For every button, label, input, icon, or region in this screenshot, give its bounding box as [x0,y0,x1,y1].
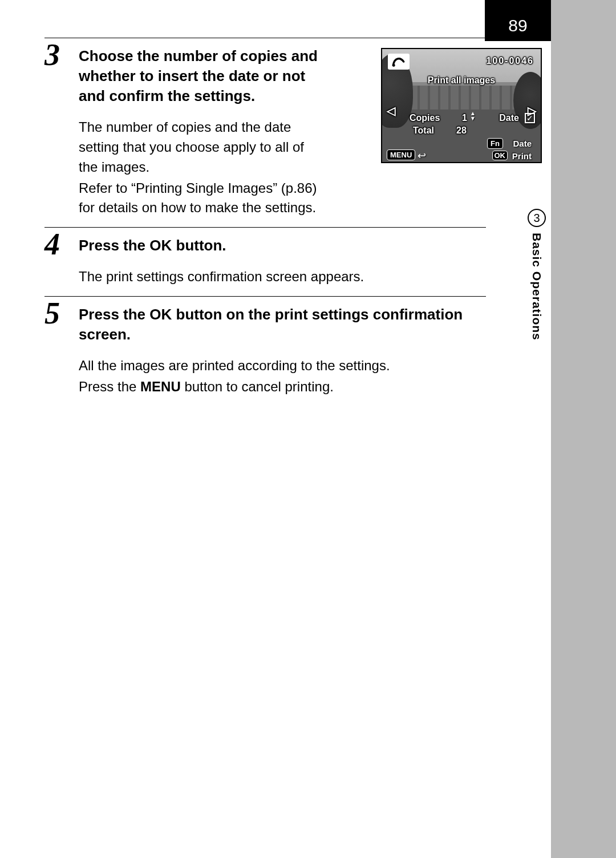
step-title: Press the OK button on the print setting… [79,305,486,345]
step-body-line: The print settings confirmation screen a… [79,267,486,287]
chapter-number: 3 [533,212,540,225]
page-number-box: 89 [485,0,551,41]
step-body: The number of copies and the date settin… [79,118,318,218]
ok-button-label: OK [149,237,172,254]
step-number: 4 [44,229,60,260]
chapter-tab: 3 Basic Operations [525,209,549,357]
step-body-line: The number of copies and the date settin… [79,118,318,177]
step-title: Press the OK button. [79,236,486,256]
page-number: 89 [508,16,527,35]
chapter-number-circle: 3 [528,209,546,227]
lcd-file-number: 100-0046 [486,56,534,66]
lcd-date-label: Date [499,113,519,123]
lcd-ok-pill: OK [492,151,508,160]
step-4: 4 Press the OK button. The print setting… [44,228,486,296]
lcd-date-checkbox: ✓ [525,113,535,123]
lcd-ok-action: Print [512,151,532,161]
ok-button-label: OK [149,306,172,323]
step-3: 3 Choose the number of copies and whethe… [44,38,486,227]
content-column: 3 Choose the number of copies and whethe… [44,38,486,406]
step-body-line: All the images are printed according to … [79,356,486,376]
step-body: The print settings confirmation screen a… [79,267,486,287]
chapter-title: Basic Operations [530,233,544,341]
lcd-fn-action: Date [513,139,532,148]
step-body: All the images are printed according to … [79,356,486,397]
step-body-line: Press the MENU button to cancel printing… [79,377,486,397]
step-number: 3 [44,39,60,70]
menu-button-label: MENU [140,379,181,394]
step-body-line: Refer to “Printing Single Images” (p.86)… [79,179,318,218]
manual-page: 89 3 Basic Operations 100-0046 Print all… [0,0,616,858]
lcd-fn-pill: Fn [487,138,503,149]
side-gray-bar [551,0,616,858]
step-title: Choose the number of copies and whether … [79,46,318,106]
step-number: 5 [44,298,60,329]
step-5: 5 Press the OK button on the print setti… [44,297,486,406]
